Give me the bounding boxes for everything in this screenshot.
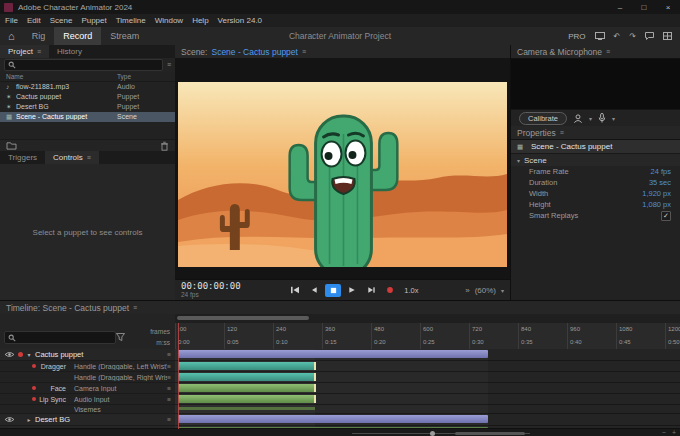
track-dragger[interactable]: Dragger Handle (Draggable, Left Wrist) ≡ <box>0 361 175 372</box>
menu-item[interactable]: Edit <box>27 16 41 25</box>
workspace-tab[interactable]: Record <box>54 27 101 45</box>
stop-button[interactable] <box>325 284 341 297</box>
record-arm-dot[interactable] <box>32 386 36 390</box>
panel-menu-icon[interactable]: ≡ <box>87 151 91 164</box>
smart-replays-checkbox[interactable]: ✓ <box>661 211 671 221</box>
menu-item[interactable]: Timeline <box>116 16 146 25</box>
ruler-units-mss[interactable]: m:ss <box>150 337 170 348</box>
project-row[interactable]: ▦ Scene - Cactus puppet Scene <box>0 112 175 122</box>
track-menu-icon[interactable]: ≡ <box>167 385 171 392</box>
filter-menu-icon[interactable]: ≡ <box>167 61 171 68</box>
take-face[interactable] <box>178 384 315 392</box>
close-icon[interactable]: × <box>656 0 680 14</box>
tab-project[interactable]: Project ≡ <box>0 45 49 58</box>
timeline-zoom-scrollbar[interactable] <box>175 314 680 323</box>
chevron-down-icon[interactable]: ▾ <box>25 351 33 358</box>
calibrate-button[interactable]: Calibrate <box>519 112 567 125</box>
timeline-search-box[interactable] <box>4 331 116 344</box>
take-visemes[interactable] <box>178 407 315 410</box>
take-end-handle[interactable] <box>314 362 316 370</box>
next-frame-button[interactable] <box>363 284 379 297</box>
panel-menu-icon[interactable]: ≡ <box>302 48 306 55</box>
properties-selected-item[interactable]: ▦ Scene - Cactus puppet <box>511 140 680 154</box>
property-value[interactable]: 1,080 px <box>642 200 671 209</box>
property-value[interactable]: 24 fps <box>651 167 671 176</box>
horizontal-scrollbar-thumb[interactable] <box>455 432 525 435</box>
column-type[interactable]: Type <box>117 73 169 80</box>
scene-canvas[interactable] <box>178 82 507 267</box>
chevron-right-icon[interactable]: ▸ <box>25 416 33 423</box>
maximize-icon[interactable]: □ <box>632 0 656 14</box>
project-row[interactable]: ✶ Cactus puppet Puppet <box>0 92 175 102</box>
panel-menu-icon[interactable]: ≡ <box>606 48 610 55</box>
property-value[interactable]: 35 sec <box>649 178 671 187</box>
track-menu-icon[interactable]: ≡ <box>167 396 171 403</box>
workspace-tab[interactable]: Stream <box>101 27 148 45</box>
undo-icon[interactable]: ↶ <box>614 32 621 41</box>
take-dragger-right[interactable] <box>178 373 315 381</box>
track-desert-bg[interactable]: ▸ Desert BG ≡ <box>0 414 175 426</box>
tab-history[interactable]: History <box>49 45 90 58</box>
new-folder-icon[interactable] <box>6 141 17 150</box>
track-menu-icon[interactable]: ≡ <box>167 363 171 370</box>
timeline-search-input[interactable] <box>19 333 112 342</box>
playback-speed[interactable]: 1.0x <box>404 286 418 295</box>
tab-controls[interactable]: Controls ≡ <box>45 151 99 164</box>
track-dragger-right[interactable]: Handle (Draggable, Right Wrist) ≡ <box>0 372 175 383</box>
track-menu-icon[interactable]: ≡ <box>167 416 171 423</box>
project-row[interactable]: ✶ Desert BG Puppet <box>0 102 175 112</box>
trash-icon[interactable] <box>160 141 169 151</box>
take-lip-sync[interactable] <box>178 395 315 403</box>
menu-item[interactable]: Window <box>155 16 183 25</box>
track-cactus-puppet[interactable]: ▾ Cactus puppet ≡ <box>0 349 175 361</box>
project-search-box[interactable] <box>4 59 163 71</box>
project-search-input[interactable] <box>19 61 159 68</box>
zoom-scrollbar-thumb[interactable] <box>177 316 309 320</box>
record-arm-dot[interactable] <box>32 364 36 368</box>
tab-triggers[interactable]: Triggers <box>0 151 45 164</box>
camera-input-icon[interactable] <box>573 114 583 123</box>
clip-cactus-puppet[interactable] <box>178 350 488 358</box>
property-value[interactable]: 1,920 px <box>642 189 671 198</box>
minimize-icon[interactable]: – <box>608 0 632 14</box>
menu-item[interactable]: File <box>5 16 18 25</box>
panel-menu-icon[interactable]: ≡ <box>37 45 41 58</box>
panel-menu-icon[interactable]: ≡ <box>560 129 564 136</box>
redo-icon[interactable]: ↷ <box>629 32 636 41</box>
clip-desert-bg[interactable] <box>178 415 488 423</box>
track-lip-sync[interactable]: Lip Sync Audio Input ≡ <box>0 394 175 405</box>
play-button[interactable] <box>344 284 360 297</box>
chevron-down-icon[interactable]: ▾ <box>589 115 592 122</box>
visibility-eye-icon[interactable] <box>4 351 16 358</box>
take-end-handle[interactable] <box>314 373 316 381</box>
comment-icon[interactable] <box>645 32 654 40</box>
microphone-icon[interactable] <box>598 113 606 123</box>
timeline-ruler[interactable]: :00 0:00 120 0:05 240 0:10 360 0:15 480 … <box>175 323 680 350</box>
take-dragger-left[interactable] <box>178 362 315 370</box>
go-to-start-button[interactable] <box>287 284 303 297</box>
ruler-units-frames[interactable]: frames <box>150 326 170 337</box>
scene-name-link[interactable]: Scene - Cactus puppet <box>211 47 297 57</box>
zoom-in-icon[interactable]: + <box>672 429 676 436</box>
chevron-down-icon[interactable]: ▾ <box>501 287 504 294</box>
track-visemes[interactable]: Visemes <box>0 405 175 414</box>
track-menu-icon[interactable]: ≡ <box>167 374 171 381</box>
home-icon[interactable]: ⌂ <box>8 30 15 42</box>
timeline-zoom-slider-knob[interactable] <box>430 431 435 436</box>
filter-icon[interactable] <box>116 333 125 341</box>
menu-item[interactable]: Scene <box>50 16 73 25</box>
column-name[interactable]: Name <box>6 73 117 80</box>
menu-item[interactable]: Help <box>192 16 208 25</box>
zoom-level[interactable]: (60%) <box>475 286 496 295</box>
panel-menu-icon[interactable]: ≡ <box>133 304 137 311</box>
workspace-grid-icon[interactable] <box>663 32 672 40</box>
record-arm-dot[interactable] <box>18 352 23 357</box>
screen-share-icon[interactable] <box>595 32 605 40</box>
zoom-out-icon[interactable]: − <box>662 429 666 436</box>
track-face[interactable]: Face Camera Input ≡ <box>0 383 175 394</box>
project-row[interactable]: ♪ flow-211881.mp3 Audio <box>0 82 175 92</box>
previous-frame-button[interactable] <box>306 284 322 297</box>
menu-item[interactable]: Puppet <box>81 16 106 25</box>
scene-viewport[interactable] <box>175 58 510 280</box>
snapshot-icon[interactable]: » <box>465 286 469 295</box>
